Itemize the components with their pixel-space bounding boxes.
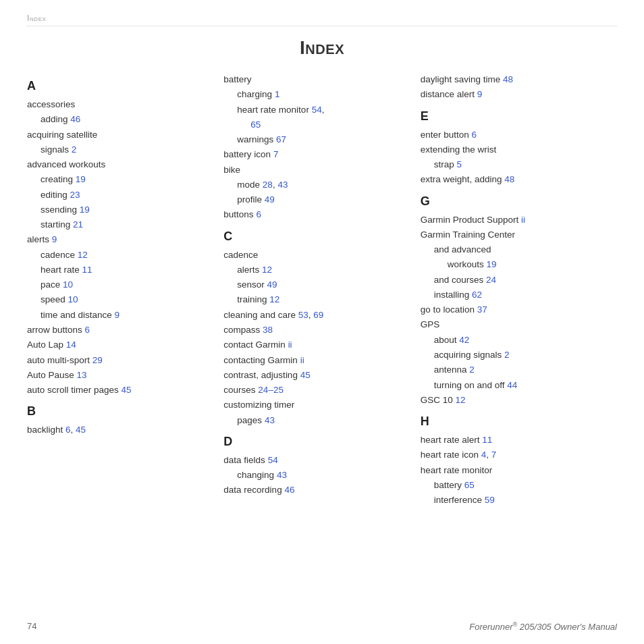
- link[interactable]: 45: [122, 385, 132, 395]
- link[interactable]: 6: [256, 209, 261, 219]
- link[interactable]: 48: [503, 74, 513, 84]
- link[interactable]: 24: [486, 275, 496, 285]
- link[interactable]: 4: [481, 450, 487, 460]
- list-item: buttons 6: [223, 207, 406, 222]
- list-item: alerts 9: [27, 232, 210, 247]
- list-item: heart rate icon 4, 7: [421, 448, 603, 462]
- link[interactable]: ii: [300, 355, 304, 365]
- link[interactable]: 29: [92, 355, 103, 365]
- link[interactable]: 21: [73, 219, 83, 230]
- link[interactable]: ii: [288, 340, 292, 350]
- link[interactable]: 54: [312, 105, 322, 115]
- link[interactable]: 65: [464, 480, 475, 490]
- section-C: C: [223, 230, 406, 244]
- section-D: D: [223, 435, 406, 449]
- page: Index Index A accessories adding 46 acqu…: [0, 0, 644, 644]
- link[interactable]: 9: [477, 89, 483, 99]
- link[interactable]: 24–25: [258, 385, 284, 395]
- list-item: and advanced: [421, 242, 603, 257]
- list-item: bike: [223, 163, 406, 178]
- list-item: interference 59: [421, 493, 603, 508]
- link[interactable]: 43: [277, 180, 288, 190]
- section-E: E: [421, 109, 603, 124]
- link[interactable]: 9: [52, 234, 57, 244]
- list-item: extending the wrist: [421, 142, 603, 157]
- link[interactable]: 48: [504, 174, 514, 184]
- link[interactable]: 2: [469, 365, 475, 375]
- link[interactable]: 10: [63, 279, 73, 290]
- link[interactable]: 10: [68, 294, 78, 304]
- link[interactable]: 11: [482, 435, 492, 445]
- list-item: sensor 49: [223, 277, 406, 292]
- link[interactable]: 46: [284, 485, 294, 495]
- section-A: A: [27, 79, 210, 93]
- link[interactable]: 11: [82, 265, 92, 275]
- list-item: courses 24–25: [223, 383, 406, 398]
- link[interactable]: 54: [268, 455, 278, 465]
- link[interactable]: 42: [459, 335, 469, 345]
- link[interactable]: 13: [77, 370, 87, 380]
- link[interactable]: 9: [115, 310, 120, 320]
- link[interactable]: 6: [471, 130, 477, 140]
- link[interactable]: 19: [486, 259, 496, 269]
- link[interactable]: 2: [504, 350, 510, 360]
- link[interactable]: 12: [262, 265, 272, 275]
- link[interactable]: 37: [477, 304, 487, 315]
- link[interactable]: 19: [80, 205, 90, 215]
- list-item: pace 10: [27, 277, 210, 292]
- link[interactable]: 49: [267, 279, 277, 290]
- page-footer: 74 Forerunner® 205/305 Owner's Manual: [27, 621, 617, 632]
- link[interactable]: 49: [265, 194, 275, 205]
- link[interactable]: 43: [277, 470, 287, 480]
- list-item: profile 49: [223, 192, 406, 207]
- list-item: warnings 67: [223, 132, 406, 147]
- link[interactable]: 23: [70, 190, 80, 200]
- link[interactable]: 38: [263, 325, 273, 335]
- link[interactable]: 53: [298, 310, 308, 320]
- list-item: GSC 10 12: [421, 393, 603, 408]
- link[interactable]: 2: [72, 144, 77, 155]
- link[interactable]: 7: [273, 149, 279, 159]
- link[interactable]: 5: [456, 159, 462, 169]
- list-item: pages 43: [223, 413, 406, 428]
- link[interactable]: 6: [65, 425, 71, 435]
- link[interactable]: 12: [78, 250, 88, 260]
- content-columns: A accessories adding 46 acquiring satell…: [27, 72, 617, 508]
- link[interactable]: 12: [269, 294, 279, 304]
- link[interactable]: 14: [66, 340, 76, 350]
- link[interactable]: 6: [85, 325, 90, 335]
- list-item: workouts 19: [421, 257, 603, 272]
- link[interactable]: 7: [491, 450, 497, 460]
- list-item: heart rate alert 11: [421, 433, 603, 448]
- list-item: contacting Garmin ii: [223, 353, 406, 368]
- link[interactable]: 28: [263, 180, 273, 190]
- link[interactable]: 46: [70, 114, 80, 124]
- list-item: acquiring signals 2: [421, 348, 603, 363]
- link[interactable]: 1: [275, 89, 280, 99]
- list-item: advanced workouts: [27, 157, 210, 172]
- link[interactable]: 44: [507, 380, 517, 390]
- list-item: cadence: [223, 248, 406, 263]
- link[interactable]: 12: [455, 395, 465, 405]
- section-H: H: [421, 414, 603, 429]
- link[interactable]: 67: [276, 134, 286, 144]
- list-item: enter button 6: [421, 128, 603, 142]
- list-item: alerts 12: [223, 263, 406, 277]
- list-item: changing 43: [223, 468, 406, 483]
- list-item: distance alert 9: [421, 87, 603, 102]
- link[interactable]: 65: [250, 119, 261, 130]
- col3: daylight saving time 48 distance alert 9…: [421, 72, 617, 508]
- list-item: daylight saving time 48: [421, 72, 603, 87]
- link[interactable]: 19: [76, 174, 86, 184]
- link[interactable]: 45: [76, 425, 86, 435]
- col2: battery charging 1 heart rate monitor 54…: [223, 72, 420, 508]
- link[interactable]: 59: [485, 495, 495, 505]
- link[interactable]: 62: [472, 290, 482, 300]
- link[interactable]: 43: [265, 415, 275, 425]
- list-item: signals 2: [27, 142, 210, 157]
- list-item: extra weight, adding 48: [421, 172, 603, 187]
- link[interactable]: 69: [313, 310, 323, 320]
- list-item: heart rate 11: [27, 263, 210, 277]
- link[interactable]: ii: [521, 215, 525, 225]
- link[interactable]: 45: [300, 370, 311, 380]
